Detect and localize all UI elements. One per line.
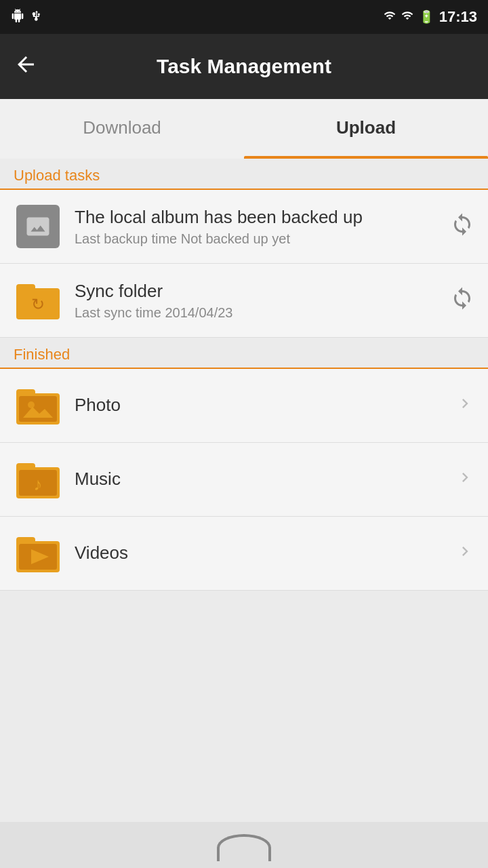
svg-text:↻: ↻ [31,295,45,313]
bottom-bar [0,822,488,868]
chevron-music [455,468,474,492]
svg-point-6 [28,401,35,408]
list-item-sync-folder[interactable]: ↻ Sync folder Last sync time 2014/04/23 [0,264,488,338]
tab-upload[interactable]: Upload [244,99,488,159]
folder-video-icon [14,529,62,578]
status-bar: 🔋 17:13 [0,0,488,34]
signal-icon [384,9,396,24]
tab-bar: Download Upload [0,99,488,159]
status-bar-left [11,9,42,25]
status-time: 17:13 [439,8,477,26]
list-item-photo[interactable]: Photo [0,369,488,443]
list-item-videos[interactable]: Videos [0,517,488,591]
home-indicator[interactable] [217,834,271,861]
sync-folder-content: Sync folder Last sync time 2014/04/23 [75,280,442,321]
section-header-finished: Finished [0,338,488,369]
chevron-videos [455,542,474,566]
status-bar-right: 🔋 17:13 [384,8,477,26]
section-title-upload-tasks: Upload tasks [14,167,100,184]
chevron-photo [455,394,474,418]
svg-rect-1 [16,284,35,294]
tab-download[interactable]: Download [0,99,244,159]
page-title: Task Management [52,55,436,78]
usb-icon [31,9,42,25]
folder-music-icon: ♪ [14,455,62,504]
album-backup-title: The local album has been backed up [75,206,442,229]
back-button[interactable] [14,52,38,81]
section-title-finished: Finished [14,346,70,363]
list-item-album-backup[interactable]: The local album has been backed up Last … [0,190,488,264]
photo-content: Photo [75,394,447,417]
photo-title: Photo [75,394,447,417]
album-icon [14,202,62,251]
svg-rect-5 [19,396,57,422]
music-content: Music [75,468,447,491]
sync-icon-folder[interactable] [450,286,474,315]
tab-indicator [244,156,488,159]
album-backup-subtitle: Last backup time Not backed up yet [75,231,442,247]
sync-folder-title: Sync folder [75,280,442,303]
videos-content: Videos [75,542,447,565]
list-item-music[interactable]: ♪ Music [0,443,488,517]
album-backup-content: The local album has been backed up Last … [75,206,442,248]
section-header-upload-tasks: Upload tasks [0,159,488,190]
videos-title: Videos [75,542,447,565]
music-title: Music [75,468,447,491]
battery-icon: 🔋 [419,9,434,24]
sync-folder-subtitle: Last sync time 2014/04/23 [75,305,442,321]
wifi-icon [401,9,413,24]
sync-icon-album[interactable] [450,212,474,241]
app-bar: Task Management [0,34,488,99]
folder-sync-icon: ↻ [14,276,62,325]
svg-text:♪: ♪ [34,474,43,494]
folder-photo-icon [14,381,62,430]
android-icon [11,9,24,25]
